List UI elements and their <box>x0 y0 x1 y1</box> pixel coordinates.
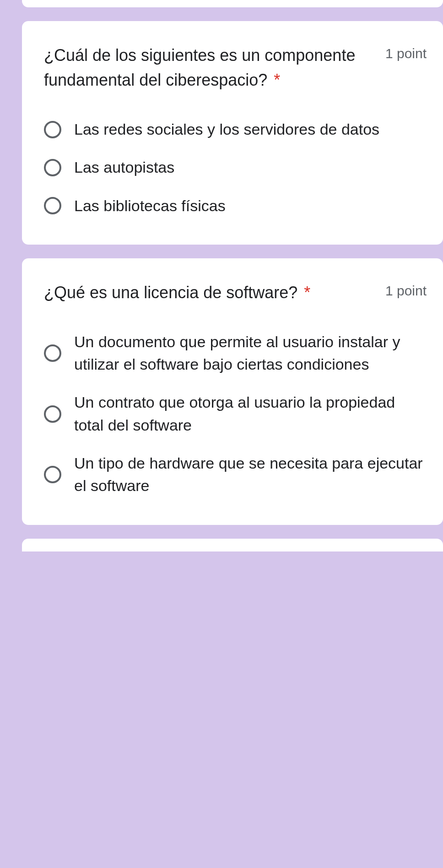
option-label: Un contrato que otorga al usuario la pro… <box>74 391 427 437</box>
radio-option[interactable]: Un contrato que otorga al usuario la pro… <box>44 391 427 437</box>
radio-option[interactable]: Las redes sociales y los servidores de d… <box>44 118 427 141</box>
radio-option[interactable]: Las bibliotecas físicas <box>44 195 427 217</box>
question-header: ¿Cuál de los siguientes es un componente… <box>44 43 427 93</box>
required-indicator: * <box>274 71 280 89</box>
radio-icon <box>44 159 61 176</box>
radio-icon <box>44 466 61 483</box>
question-card-1: ¿Cuál de los siguientes es un componente… <box>22 21 443 245</box>
radio-option[interactable]: Un documento que permite al usuario inst… <box>44 331 427 376</box>
question-header: ¿Qué es una licencia de software? * 1 po… <box>44 280 427 305</box>
radio-icon <box>44 344 61 362</box>
radio-option[interactable]: Un tipo de hardware que se necesita para… <box>44 452 427 497</box>
required-indicator: * <box>304 283 310 302</box>
question-title: ¿Qué es una licencia de software? <box>44 283 297 302</box>
points-label: 1 point <box>385 283 427 299</box>
points-label: 1 point <box>385 46 427 61</box>
card-partial-top <box>22 0 443 7</box>
option-label: Las autopistas <box>74 156 174 179</box>
question-title: ¿Cuál de los siguientes es un componente… <box>44 46 355 89</box>
radio-option[interactable]: Las autopistas <box>44 156 427 179</box>
radio-icon <box>44 197 61 214</box>
radio-icon <box>44 405 61 423</box>
option-label: Las bibliotecas físicas <box>74 195 226 217</box>
question-card-2: ¿Qué es una licencia de software? * 1 po… <box>22 258 443 525</box>
option-label: Un tipo de hardware que se necesita para… <box>74 452 427 497</box>
option-label: Las redes sociales y los servidores de d… <box>74 118 379 141</box>
card-partial-bottom <box>22 539 443 551</box>
question-text: ¿Cuál de los siguientes es un componente… <box>44 43 380 93</box>
radio-icon <box>44 121 61 138</box>
option-label: Un documento que permite al usuario inst… <box>74 331 427 376</box>
question-text: ¿Qué es una licencia de software? * <box>44 280 380 305</box>
